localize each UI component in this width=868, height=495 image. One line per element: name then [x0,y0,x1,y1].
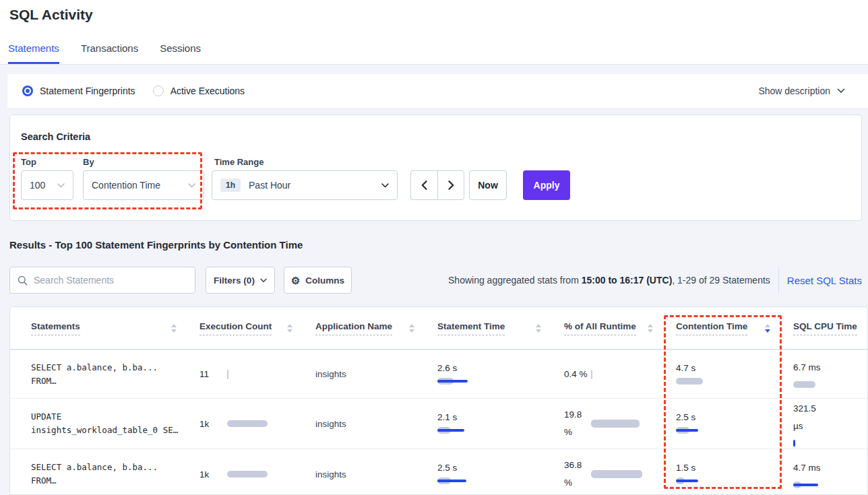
application-name-cell: insights [315,399,437,449]
radio-active-executions[interactable]: Active Executions [153,86,245,96]
vertical-divider [778,267,779,293]
time-range-badge: 1h [220,178,241,192]
application-name-value: insights [315,419,437,429]
execution-count-cell: 1k [199,449,315,495]
apply-button[interactable]: Apply [523,170,570,200]
time-range-label: Time Range [214,157,264,167]
sort-icon-active [765,324,770,333]
by-label: By [83,157,94,167]
application-name-cell: insights [315,449,437,495]
statement-time-cell: 2.6 s [437,350,564,398]
column-header-label: Statements [31,321,80,335]
table-row: UPDATE insights_workload_table_0 SE… 1k … [10,398,867,449]
table-row: SELECT a.balance, b.ba... FROM… 1k insig… [10,449,867,495]
radio-unselected-icon [153,86,164,96]
tab-sessions[interactable]: Sessions [160,37,201,64]
runtime-pct-value: 19.8 % [564,406,591,441]
execution-count-bar [227,469,301,479]
stats-suffix: , 1-29 of 29 Statements [672,275,770,286]
sql-cpu-time-cell: 4.7 ms [793,449,866,495]
stats-prefix: Showing aggregated stats from [448,275,582,286]
contention-time-cell: 1.5 s [676,449,793,495]
search-icon [18,275,28,286]
time-range-select[interactable]: 1h Past Hour [212,170,398,200]
columns-button[interactable]: ⚙ Columns [284,267,352,294]
sql-activity-page: SQL Activity Statements Transactions Ses… [0,0,868,495]
columns-button-label: Columns [305,275,344,286]
tab-bar: Statements Transactions Sessions [0,37,868,65]
statement-cell[interactable]: SELECT a.balance, b.ba... FROM… [31,449,199,495]
chevron-left-icon [421,180,427,190]
column-header-statement-time[interactable]: Statement Time [437,307,564,349]
sql-cpu-time-value: 321.5 µs [793,400,826,435]
column-header-label: Statement Time [437,321,505,335]
statement-line2: FROM… [31,474,199,488]
time-forward-button[interactable] [437,170,464,200]
search-criteria-title: Search Criteria [21,131,90,142]
runtime-pct-value: 0.4 % [564,366,591,383]
sql-cpu-time-bar [793,438,867,448]
column-header-label: Application Name [315,321,392,335]
by-select[interactable]: Contention Time [83,170,204,200]
sql-cpu-time-cell: 6.7 ms [793,350,866,398]
search-criteria-panel: Search Criteria Top 100 By Contention Ti… [9,114,862,221]
column-header-statements[interactable]: Statements [31,307,199,349]
results-toolbar: Filters (0) ⚙ Columns Showing aggregated… [0,267,868,294]
tab-statements[interactable]: Statements [8,37,59,64]
filters-button[interactable]: Filters (0) [206,267,275,294]
execution-count-bar [227,370,301,379]
radio-selected-icon [22,86,33,96]
time-nav-group [410,170,464,200]
radio-label: Active Executions [170,86,245,96]
time-range-value: Past Hour [249,180,290,191]
chevron-down-icon [381,183,389,188]
statement-cell[interactable]: SELECT a.balance, b.ba... FROM… [31,350,199,398]
execution-count-value: 1k [199,419,227,429]
radio-statement-fingerprints[interactable]: Statement Fingerprints [22,86,135,96]
application-name-value: insights [315,369,437,379]
contention-time-value: 2.5 s [676,412,793,422]
table-header-row: Statements Execution Count Application N… [10,307,867,350]
sort-icon [648,324,653,333]
column-header-application-name[interactable]: Application Name [315,307,437,349]
results-heading: Results - Top 100 Statement Fingerprints… [9,239,303,251]
column-header-contention-time[interactable]: Contention Time [676,307,793,349]
column-header-sql-cpu-time[interactable]: SQL CPU Time [793,307,866,349]
sql-cpu-time-cell: 321.5 µs [793,399,866,449]
contention-time-value: 4.7 s [676,363,793,373]
show-description-toggle[interactable]: Show description [758,74,845,108]
show-description-label: Show description [758,86,830,96]
column-header-runtime-pct[interactable]: % of All Runtime [564,307,676,349]
statement-time-bar [437,476,512,486]
statement-time-value: 2.6 s [437,363,564,373]
execution-count-value: 11 [199,369,227,379]
stats-cluster: Showing aggregated stats from 15:00 to 1… [448,267,862,294]
search-statements-input[interactable] [34,275,187,286]
now-button[interactable]: Now [469,170,507,200]
radio-label: Statement Fingerprints [40,86,135,96]
top-select[interactable]: 100 [21,170,73,200]
execution-count-bar [227,419,301,428]
execution-count-value: 1k [199,469,227,480]
column-header-execution-count[interactable]: Execution Count [199,307,315,349]
view-toggle-strip: Statement Fingerprints Active Executions… [7,74,868,108]
runtime-pct-cell: 0.4 % [564,350,676,398]
chevron-down-icon [260,278,267,283]
filters-button-label: Filters (0) [214,275,255,286]
sql-cpu-time-value: 4.7 ms [793,459,826,477]
runtime-pct-bar [591,370,665,379]
application-name-cell: insights [315,350,437,398]
statement-cell[interactable]: UPDATE insights_workload_table_0 SE… [31,399,199,449]
statement-time-value: 2.5 s [437,463,564,473]
statement-line1: SELECT a.balance, b.ba... [31,461,199,474]
runtime-pct-cell: 36.8 % [564,449,676,495]
contention-time-cell: 4.7 s [676,350,793,398]
reset-sql-stats-link[interactable]: Reset SQL Stats [787,275,862,286]
tab-transactions[interactable]: Transactions [81,37,138,64]
execution-count-cell: 1k [199,399,315,449]
statement-line1: UPDATE [31,410,199,424]
sql-cpu-time-value: 6.7 ms [793,359,826,376]
time-back-button[interactable] [410,170,437,200]
sql-cpu-time-bar [793,380,867,389]
chevron-right-icon [448,180,454,190]
